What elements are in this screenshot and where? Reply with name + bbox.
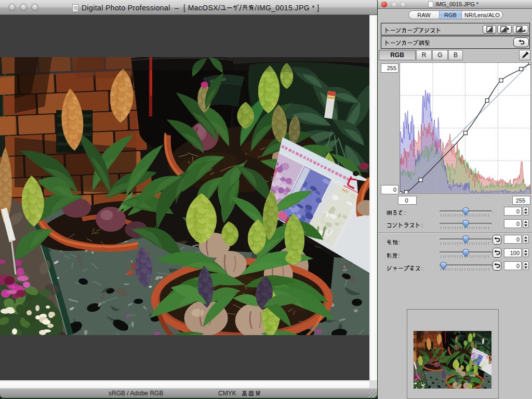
svg-text::: : [404,210,406,216]
svg-text::: : [421,222,423,228]
svg-text::: : [398,253,400,259]
svg-text::: : [398,240,400,245]
svg-text::: : [421,265,423,271]
